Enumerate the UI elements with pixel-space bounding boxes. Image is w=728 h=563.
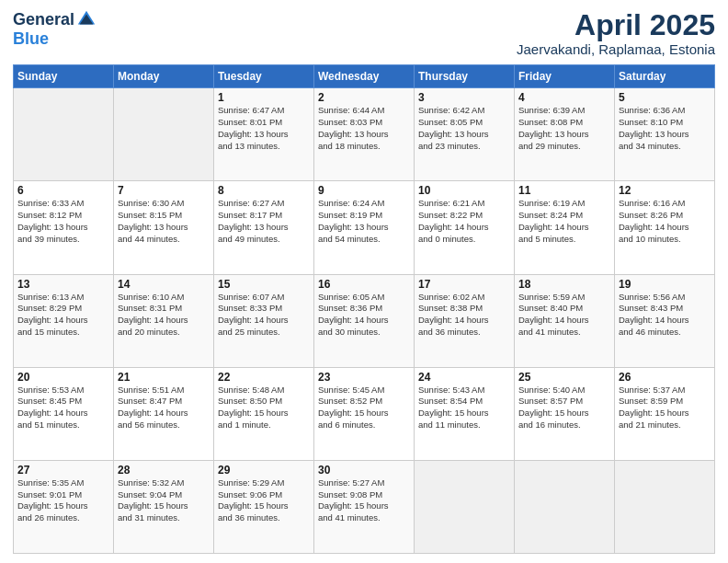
day-number: 2 <box>318 91 410 104</box>
day-number: 13 <box>17 278 109 291</box>
weekday-header-saturday: Saturday <box>615 65 715 88</box>
day-number: 14 <box>118 278 210 291</box>
weekday-header-friday: Friday <box>515 65 615 88</box>
day-info: Sunrise: 6:39 AM Sunset: 8:08 PM Dayligh… <box>518 105 610 152</box>
calendar-cell: 19Sunrise: 5:56 AM Sunset: 8:43 PM Dayli… <box>615 274 715 367</box>
day-number: 12 <box>619 184 711 197</box>
weekday-header-tuesday: Tuesday <box>214 65 314 88</box>
header: General Blue April 2025 Jaervakandi, Rap… <box>13 9 715 57</box>
day-number: 29 <box>218 464 310 477</box>
day-info: Sunrise: 6:42 AM Sunset: 8:05 PM Dayligh… <box>418 105 510 152</box>
day-info: Sunrise: 5:51 AM Sunset: 8:47 PM Dayligh… <box>118 385 210 431</box>
weekday-header-monday: Monday <box>114 65 214 88</box>
calendar-cell: 12Sunrise: 6:16 AM Sunset: 8:26 PM Dayli… <box>615 181 715 274</box>
day-number: 9 <box>318 184 410 197</box>
logo-general-text: General <box>13 10 74 29</box>
day-info: Sunrise: 5:37 AM Sunset: 8:59 PM Dayligh… <box>619 385 711 431</box>
day-number: 6 <box>17 184 109 197</box>
weekday-header-wednesday: Wednesday <box>314 65 415 88</box>
title-block: April 2025 Jaervakandi, Raplamaa, Estoni… <box>517 9 715 57</box>
day-info: Sunrise: 6:02 AM Sunset: 8:38 PM Dayligh… <box>418 292 510 339</box>
day-info: Sunrise: 6:30 AM Sunset: 8:15 PM Dayligh… <box>118 198 210 245</box>
calendar-cell: 26Sunrise: 5:37 AM Sunset: 8:59 PM Dayli… <box>615 367 715 460</box>
calendar-cell: 7Sunrise: 6:30 AM Sunset: 8:15 PM Daylig… <box>114 181 214 274</box>
week-row-2: 6Sunrise: 6:33 AM Sunset: 8:12 PM Daylig… <box>14 181 715 274</box>
day-number: 11 <box>518 184 610 197</box>
calendar-cell: 5Sunrise: 6:36 AM Sunset: 8:10 PM Daylig… <box>615 88 715 181</box>
main-title: April 2025 <box>517 9 715 41</box>
calendar-cell: 13Sunrise: 6:13 AM Sunset: 8:29 PM Dayli… <box>14 274 114 367</box>
calendar-cell: 24Sunrise: 5:43 AM Sunset: 8:54 PM Dayli… <box>415 367 515 460</box>
week-row-4: 20Sunrise: 5:53 AM Sunset: 8:45 PM Dayli… <box>14 367 715 460</box>
day-info: Sunrise: 6:16 AM Sunset: 8:26 PM Dayligh… <box>619 198 711 245</box>
calendar-cell <box>615 460 715 553</box>
day-number: 28 <box>118 464 210 477</box>
day-info: Sunrise: 6:44 AM Sunset: 8:03 PM Dayligh… <box>318 105 410 152</box>
day-number: 16 <box>318 278 410 291</box>
calendar-cell: 16Sunrise: 6:05 AM Sunset: 8:36 PM Dayli… <box>314 274 415 367</box>
day-info: Sunrise: 5:53 AM Sunset: 8:45 PM Dayligh… <box>17 385 109 431</box>
calendar-cell: 2Sunrise: 6:44 AM Sunset: 8:03 PM Daylig… <box>314 88 415 181</box>
day-number: 18 <box>518 278 610 291</box>
day-info: Sunrise: 6:47 AM Sunset: 8:01 PM Dayligh… <box>218 105 310 152</box>
calendar-cell: 4Sunrise: 6:39 AM Sunset: 8:08 PM Daylig… <box>515 88 615 181</box>
day-info: Sunrise: 6:21 AM Sunset: 8:22 PM Dayligh… <box>418 198 510 245</box>
calendar-cell <box>114 88 214 181</box>
day-info: Sunrise: 5:59 AM Sunset: 8:40 PM Dayligh… <box>518 292 610 339</box>
calendar-cell: 18Sunrise: 5:59 AM Sunset: 8:40 PM Dayli… <box>515 274 615 367</box>
day-info: Sunrise: 5:32 AM Sunset: 9:04 PM Dayligh… <box>118 477 210 524</box>
day-number: 1 <box>218 91 310 104</box>
day-info: Sunrise: 6:36 AM Sunset: 8:10 PM Dayligh… <box>619 105 711 152</box>
day-number: 7 <box>118 184 210 197</box>
calendar-cell: 6Sunrise: 6:33 AM Sunset: 8:12 PM Daylig… <box>14 181 114 274</box>
day-number: 23 <box>318 371 410 384</box>
calendar-cell <box>515 460 615 553</box>
calendar-cell: 22Sunrise: 5:48 AM Sunset: 8:50 PM Dayli… <box>214 367 314 460</box>
day-number: 8 <box>218 184 310 197</box>
day-info: Sunrise: 6:33 AM Sunset: 8:12 PM Dayligh… <box>17 198 109 245</box>
calendar-cell: 29Sunrise: 5:29 AM Sunset: 9:06 PM Dayli… <box>214 460 314 553</box>
week-row-1: 1Sunrise: 6:47 AM Sunset: 8:01 PM Daylig… <box>14 88 715 181</box>
day-number: 20 <box>17 371 109 384</box>
day-number: 24 <box>418 371 510 384</box>
logo: General Blue <box>13 9 97 49</box>
week-row-5: 27Sunrise: 5:35 AM Sunset: 9:01 PM Dayli… <box>14 460 715 553</box>
day-number: 4 <box>518 91 610 104</box>
calendar-cell: 23Sunrise: 5:45 AM Sunset: 8:52 PM Dayli… <box>314 367 415 460</box>
calendar-cell: 20Sunrise: 5:53 AM Sunset: 8:45 PM Dayli… <box>14 367 114 460</box>
day-number: 15 <box>218 278 310 291</box>
day-info: Sunrise: 6:10 AM Sunset: 8:31 PM Dayligh… <box>118 292 210 339</box>
subtitle: Jaervakandi, Raplamaa, Estonia <box>517 41 715 57</box>
calendar-cell <box>415 460 515 553</box>
day-info: Sunrise: 6:24 AM Sunset: 8:19 PM Dayligh… <box>318 198 410 245</box>
calendar-cell: 30Sunrise: 5:27 AM Sunset: 9:08 PM Dayli… <box>314 460 415 553</box>
day-info: Sunrise: 6:07 AM Sunset: 8:33 PM Dayligh… <box>218 292 310 339</box>
day-info: Sunrise: 5:43 AM Sunset: 8:54 PM Dayligh… <box>418 385 510 431</box>
day-info: Sunrise: 5:40 AM Sunset: 8:57 PM Dayligh… <box>518 385 610 431</box>
calendar-cell: 3Sunrise: 6:42 AM Sunset: 8:05 PM Daylig… <box>415 88 515 181</box>
day-info: Sunrise: 6:27 AM Sunset: 8:17 PM Dayligh… <box>218 198 310 245</box>
day-info: Sunrise: 5:45 AM Sunset: 8:52 PM Dayligh… <box>318 385 410 431</box>
calendar-cell: 25Sunrise: 5:40 AM Sunset: 8:57 PM Dayli… <box>515 367 615 460</box>
day-info: Sunrise: 6:13 AM Sunset: 8:29 PM Dayligh… <box>17 292 109 339</box>
calendar-cell: 27Sunrise: 5:35 AM Sunset: 9:01 PM Dayli… <box>14 460 114 553</box>
day-info: Sunrise: 5:56 AM Sunset: 8:43 PM Dayligh… <box>619 292 711 339</box>
calendar-cell: 10Sunrise: 6:21 AM Sunset: 8:22 PM Dayli… <box>415 181 515 274</box>
week-row-3: 13Sunrise: 6:13 AM Sunset: 8:29 PM Dayli… <box>14 274 715 367</box>
day-number: 21 <box>118 371 210 384</box>
weekday-header-thursday: Thursday <box>415 65 515 88</box>
day-info: Sunrise: 5:35 AM Sunset: 9:01 PM Dayligh… <box>17 477 109 524</box>
day-info: Sunrise: 5:29 AM Sunset: 9:06 PM Dayligh… <box>218 477 310 524</box>
calendar-cell: 11Sunrise: 6:19 AM Sunset: 8:24 PM Dayli… <box>515 181 615 274</box>
day-number: 19 <box>619 278 711 291</box>
day-info: Sunrise: 6:05 AM Sunset: 8:36 PM Dayligh… <box>318 292 410 339</box>
day-number: 26 <box>619 371 711 384</box>
calendar-cell: 9Sunrise: 6:24 AM Sunset: 8:19 PM Daylig… <box>314 181 415 274</box>
day-number: 10 <box>418 184 510 197</box>
weekday-header-row: SundayMondayTuesdayWednesdayThursdayFrid… <box>14 65 715 88</box>
calendar-cell: 17Sunrise: 6:02 AM Sunset: 8:38 PM Dayli… <box>415 274 515 367</box>
day-number: 27 <box>17 464 109 477</box>
logo-blue-text: Blue <box>13 29 49 49</box>
day-number: 22 <box>218 371 310 384</box>
calendar-body: 1Sunrise: 6:47 AM Sunset: 8:01 PM Daylig… <box>14 88 715 554</box>
